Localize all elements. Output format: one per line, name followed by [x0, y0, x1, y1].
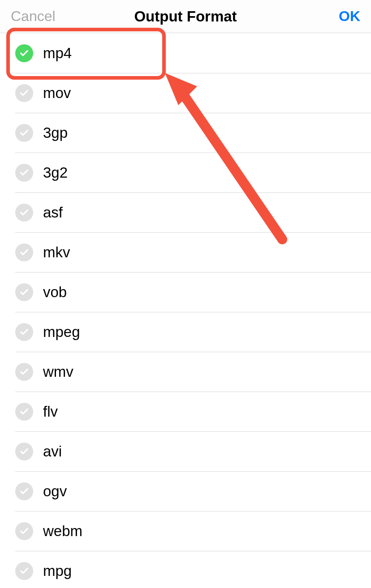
- format-label: 3gp: [43, 124, 68, 141]
- checkmark-unselected-icon: [15, 522, 33, 540]
- checkmark-unselected-icon: [15, 403, 33, 421]
- checkmark-unselected-icon: [15, 124, 33, 142]
- format-row-avi[interactable]: avi: [15, 432, 371, 472]
- checkmark-unselected-icon: [15, 204, 33, 222]
- format-row-webm[interactable]: webm: [15, 511, 371, 551]
- cancel-button[interactable]: Cancel: [11, 8, 56, 25]
- checkmark-unselected-icon: [15, 363, 33, 381]
- format-label: mp4: [43, 45, 72, 62]
- ok-button[interactable]: OK: [339, 8, 360, 25]
- format-row-3g2[interactable]: 3g2: [15, 153, 371, 193]
- checkmark-unselected-icon: [15, 443, 33, 460]
- checkmark-unselected-icon: [15, 243, 33, 261]
- format-label: mov: [43, 85, 71, 102]
- format-label: avi: [43, 443, 62, 460]
- checkmark-unselected-icon: [15, 482, 33, 500]
- format-row-mkv[interactable]: mkv: [15, 233, 371, 273]
- checkmark-unselected-icon: [15, 84, 33, 102]
- checkmark-unselected-icon: [15, 164, 33, 182]
- format-row-mp4[interactable]: mp4: [15, 33, 371, 73]
- format-row-3gp[interactable]: 3gp: [15, 113, 371, 153]
- format-row-flv[interactable]: flv: [15, 392, 371, 432]
- format-label: flv: [43, 403, 58, 420]
- format-list: mp4mov3gp3g2asfmkvvobmpegwmvflvaviogvweb…: [0, 33, 371, 588]
- format-label: wmv: [43, 363, 73, 380]
- page-title: Output Format: [134, 8, 237, 25]
- format-row-mpeg[interactable]: mpeg: [15, 312, 371, 352]
- format-row-vob[interactable]: vob: [15, 273, 371, 312]
- format-label: ogv: [43, 483, 67, 500]
- format-row-asf[interactable]: asf: [15, 193, 371, 233]
- format-label: vob: [43, 284, 67, 301]
- format-label: 3g2: [43, 164, 68, 181]
- checkmark-unselected-icon: [15, 283, 33, 301]
- format-row-ogv[interactable]: ogv: [15, 472, 371, 511]
- format-row-mpg[interactable]: mpg: [15, 551, 371, 588]
- header-bar: Cancel Output Format OK: [0, 0, 371, 33]
- checkmark-selected-icon: [15, 44, 33, 62]
- format-label: asf: [43, 204, 63, 221]
- checkmark-unselected-icon: [15, 562, 33, 580]
- format-label: mkv: [43, 244, 70, 261]
- format-label: mpeg: [43, 324, 80, 341]
- format-label: mpg: [43, 562, 72, 579]
- format-row-wmv[interactable]: wmv: [15, 352, 371, 392]
- format-label: webm: [43, 523, 82, 540]
- format-row-mov[interactable]: mov: [15, 73, 371, 113]
- checkmark-unselected-icon: [15, 323, 33, 341]
